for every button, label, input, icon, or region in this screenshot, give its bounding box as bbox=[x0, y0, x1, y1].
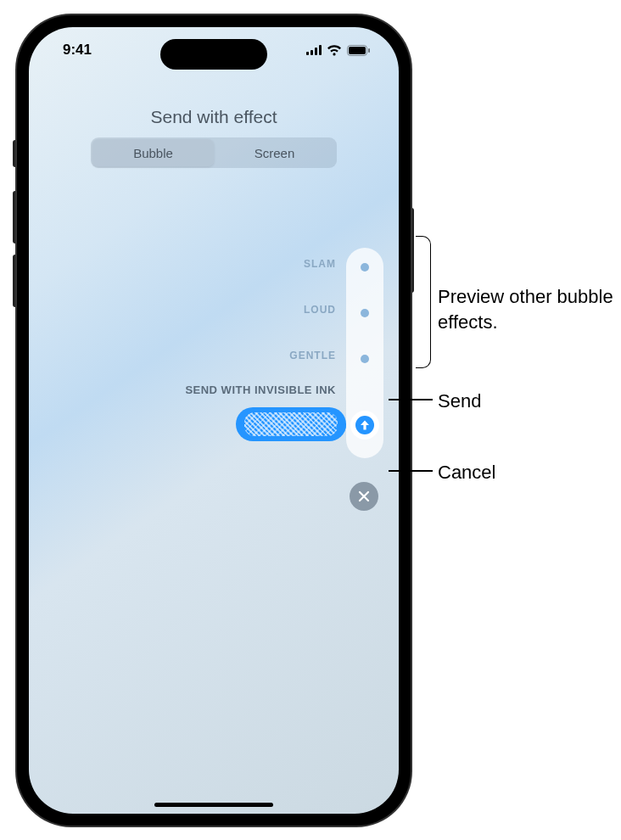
svg-rect-1 bbox=[310, 50, 313, 55]
callout-preview: Preview other bubble effects. bbox=[438, 284, 621, 334]
callout-cancel: Cancel bbox=[438, 460, 495, 485]
status-time: 9:41 bbox=[63, 42, 92, 59]
screen: 9:41 Send with effect Bubble Screen SLAM… bbox=[29, 27, 399, 814]
tab-bubble[interactable]: Bubble bbox=[92, 139, 214, 166]
status-icons bbox=[306, 45, 370, 56]
effect-label-gentle: GENTLE bbox=[289, 350, 336, 361]
cancel-button[interactable] bbox=[350, 482, 378, 511]
svg-rect-5 bbox=[349, 47, 366, 54]
dynamic-island bbox=[160, 39, 267, 70]
invisible-ink-effect bbox=[244, 412, 338, 436]
page-title: Send with effect bbox=[150, 107, 277, 127]
effect-dot-loud[interactable] bbox=[361, 309, 369, 317]
effect-label-loud: LOUD bbox=[304, 304, 336, 316]
effect-label-invisible-ink: SEND WITH INVISIBLE INK bbox=[185, 384, 336, 396]
svg-rect-3 bbox=[319, 45, 322, 55]
phone-frame: 9:41 Send with effect Bubble Screen SLAM… bbox=[17, 15, 411, 826]
effect-dot-gentle[interactable] bbox=[361, 355, 369, 363]
effect-dot-slam[interactable] bbox=[361, 263, 369, 272]
close-icon bbox=[358, 490, 370, 502]
wifi-icon bbox=[327, 45, 342, 56]
callout-leader-cancel bbox=[389, 470, 433, 472]
message-bubble-preview bbox=[236, 407, 346, 441]
svg-rect-0 bbox=[306, 52, 309, 55]
arrow-up-icon bbox=[355, 416, 374, 434]
battery-icon bbox=[347, 45, 370, 56]
svg-rect-6 bbox=[368, 48, 370, 53]
cellular-icon bbox=[306, 45, 322, 55]
callout-leader-send bbox=[389, 399, 433, 400]
callout-send: Send bbox=[438, 389, 481, 414]
home-indicator[interactable] bbox=[154, 803, 273, 807]
tab-screen[interactable]: Screen bbox=[214, 139, 335, 166]
send-button[interactable] bbox=[350, 411, 379, 440]
effect-label-slam: SLAM bbox=[304, 258, 336, 270]
effect-tab-control: Bubble Screen bbox=[91, 137, 337, 168]
callout-bracket bbox=[416, 236, 431, 368]
svg-rect-2 bbox=[315, 48, 317, 55]
effect-selector-track bbox=[346, 248, 383, 458]
